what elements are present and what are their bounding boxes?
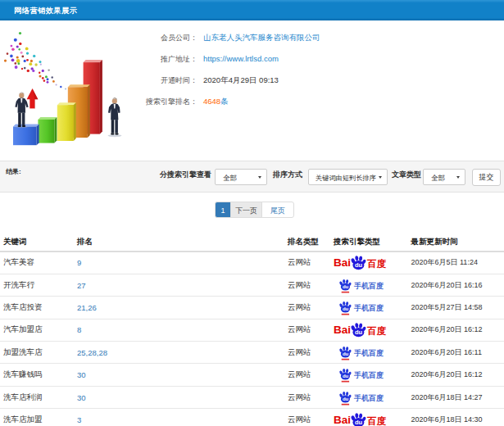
svg-text:du: du — [355, 329, 363, 337]
svg-text:手机百度: 手机百度 — [353, 282, 384, 290]
svg-text:百度: 百度 — [366, 258, 387, 269]
svg-text:百度: 百度 — [366, 325, 387, 336]
svg-text:du: du — [355, 262, 363, 270]
svg-text:手机百度: 手机百度 — [353, 394, 384, 402]
svg-text:du: du — [355, 419, 363, 426]
svg-text:du: du — [343, 351, 349, 356]
svg-text:Bai: Bai — [334, 414, 351, 426]
svg-text:Bai: Bai — [334, 324, 351, 336]
svg-text:百度: 百度 — [366, 415, 387, 425]
svg-text:du: du — [343, 374, 349, 379]
svg-text:手机百度: 手机百度 — [353, 349, 384, 357]
svg-text:Bai: Bai — [334, 256, 351, 269]
svg-text:du: du — [343, 284, 349, 289]
svg-text:手机百度: 手机百度 — [353, 371, 384, 379]
svg-text:du: du — [343, 306, 349, 311]
svg-text:du: du — [343, 397, 349, 401]
svg-text:手机百度: 手机百度 — [353, 304, 384, 312]
